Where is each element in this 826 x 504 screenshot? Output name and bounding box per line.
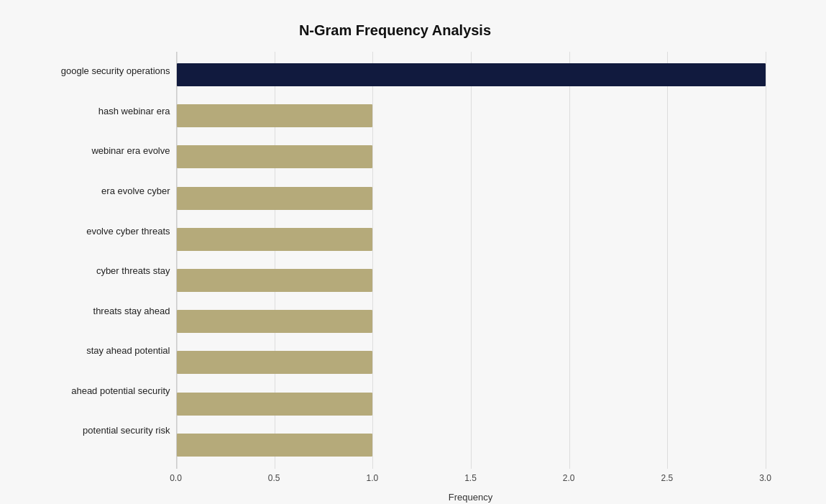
y-label: hash webinar era [25,93,170,130]
bar-row [177,224,766,255]
x-tick: 0.5 [268,473,280,483]
bar-secondary [177,228,373,251]
x-axis-wrapper: 0.00.51.01.52.02.53.0 Frequency [176,473,766,503]
x-tick: 2.0 [563,473,575,483]
grid-and-bars [176,52,766,469]
chart-container: N-Gram Frequency Analysis google securit… [18,8,809,497]
y-label: webinar era evolve [25,132,170,170]
bar-row [177,100,766,132]
chart-area: google security operationshash webinar e… [25,52,766,469]
bar-secondary [177,393,373,416]
x-tick: 3.0 [759,473,771,483]
bar-row [177,388,766,420]
y-label: threats stay ahead [25,293,170,330]
y-label: potential security risk [25,413,170,450]
bars-and-grid [176,52,766,469]
bar-row [177,141,766,173]
bar-secondary [177,187,373,210]
x-axis: 0.00.51.01.52.02.53.0 [176,473,766,490]
y-label: evolve cyber threats [25,213,170,250]
bar-row [177,306,766,337]
y-label: cyber threats stay [25,252,170,290]
x-tick: 0.0 [170,473,182,483]
x-tick: 1.5 [464,473,477,483]
bar-row [177,183,766,214]
bars-wrapper [177,52,766,469]
y-label: era evolve cyber [25,173,170,210]
bar-secondary [177,269,373,292]
y-labels: google security operationshash webinar e… [25,52,176,469]
bar-secondary [177,434,373,457]
y-label: stay ahead potential [25,332,170,370]
x-tick: 2.5 [661,473,673,483]
bar-main [177,63,766,86]
bar-row [177,265,766,296]
x-tick: 1.0 [366,473,378,483]
bar-row [177,429,766,461]
y-label: ahead potential security [25,372,170,410]
y-label: google security operations [25,52,170,90]
x-axis-label: Frequency [176,492,766,503]
bar-secondary [177,310,373,333]
grid-line [766,52,766,469]
bar-row [177,59,766,91]
chart-title: N-Gram Frequency Analysis [25,22,766,39]
bar-secondary [177,145,373,168]
bar-row [177,347,766,378]
bar-secondary [177,351,373,374]
bar-secondary [177,104,373,127]
